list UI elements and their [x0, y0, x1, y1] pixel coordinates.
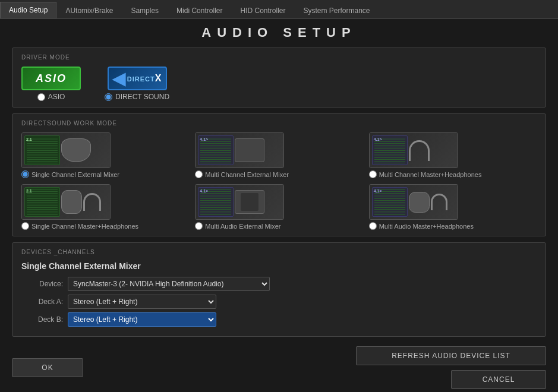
work-mode-grid: 2.1 Single Channel External Mixer 4.1> [21, 132, 537, 230]
directsound-radio[interactable] [105, 93, 112, 101]
directsound-radio-row[interactable]: DIRECT SOUND [105, 93, 169, 101]
device-field-row: Device: SyncMaster-3 (2- NVIDIA High Def… [21, 277, 537, 291]
work-mode-section: DIRECTSOUND WORK MODE 2.1 Single Channel… [12, 113, 546, 236]
deck-b-select[interactable]: Stereo (Left + Right) [68, 312, 216, 327]
tab-samples[interactable]: Samples [122, 2, 168, 18]
tab-midi-controller[interactable]: Midi Controller [168, 2, 231, 18]
tab-system-performance[interactable]: System Performance [295, 2, 379, 18]
work-mode-img-2: 4.1> [195, 132, 284, 168]
ok-button[interactable]: OK [12, 358, 83, 377]
work-mode-label-2: Multi Channel External Mixer [195, 170, 289, 178]
work-mode-multi-headphones[interactable]: 4.1> Multi Channel Master+Headphones [369, 132, 537, 178]
main-content: AUDIO SETUP DRIVER MODE ASIO ASIO DIRECT… [0, 19, 558, 392]
bottom-row: OK Refresh Audio Device List CANCEL [12, 342, 546, 389]
tab-audio-setup[interactable]: Audio Setup [0, 2, 56, 18]
work-mode-multi-audio-external[interactable]: 4.1> Multi Audio External Mixer [195, 184, 362, 230]
asio-label: ASIO [48, 93, 65, 101]
work-mode-label-4: Single Channel Master+Headphones [21, 222, 138, 230]
work-mode-img-4: 2.1 [21, 184, 111, 220]
work-mode-img-1: 2.1 [21, 132, 111, 168]
driver-option-directsound[interactable]: DIRECTX DIRECT SOUND [105, 67, 169, 101]
work-mode-img-3: 4.1> [369, 132, 458, 168]
asio-radio[interactable] [37, 93, 45, 101]
driver-mode-label: DRIVER MODE [21, 54, 537, 61]
device-select[interactable]: SyncMaster-3 (2- NVIDIA High Definition … [68, 277, 270, 291]
work-mode-label-6: Multi Audio Master+Headphones [369, 222, 474, 230]
asio-logo: ASIO [21, 67, 81, 90]
device-label: Device: [21, 280, 63, 288]
workmode-radio-6[interactable] [369, 222, 377, 230]
work-mode-img-6: 4.1> [369, 184, 458, 220]
workmode-radio-3[interactable] [369, 170, 377, 178]
work-mode-label: DIRECTSOUND WORK MODE [21, 120, 537, 127]
workmode-radio-1[interactable] [21, 170, 29, 178]
work-mode-label-3: Multi Channel Master+Headphones [369, 170, 482, 178]
driver-mode-row: ASIO ASIO DIRECTX DIRECT SOUND [21, 67, 537, 101]
asio-radio-row[interactable]: ASIO [37, 93, 65, 101]
work-mode-label-1: Single Channel External Mixer [21, 170, 119, 178]
devices-section-label: DEVICES _CHANNELS [21, 249, 537, 255]
work-mode-label-5: Multi Audio External Mixer [195, 222, 280, 230]
workmode-radio-5[interactable] [195, 222, 203, 230]
refresh-button[interactable]: Refresh Audio Device List [356, 346, 546, 365]
work-mode-img-5: 4.1> [195, 184, 284, 220]
workmode-radio-2[interactable] [195, 170, 203, 178]
devices-section-title: Single Channel External Mixer [21, 261, 537, 271]
work-mode-single-external[interactable]: 2.1 Single Channel External Mixer [21, 132, 189, 178]
directsound-label: DIRECT SOUND [115, 93, 169, 101]
work-mode-single-headphones[interactable]: 2.1 Single Channel Master+Headphones [21, 184, 189, 230]
driver-mode-section: DRIVER MODE ASIO ASIO DIRECTX DIRECT SOU… [12, 48, 546, 108]
tab-automix[interactable]: AUtomix/Brake [56, 2, 122, 18]
cancel-button[interactable]: CANCEL [451, 370, 546, 389]
workmode-radio-4[interactable] [21, 222, 29, 230]
work-mode-multi-external[interactable]: 4.1> Multi Channel External Mixer [195, 132, 362, 178]
tab-hid-controller[interactable]: HID Controller [231, 2, 294, 18]
bottom-right: Refresh Audio Device List CANCEL [356, 346, 546, 389]
deck-b-field-row: Deck B: Stereo (Left + Right) [21, 312, 537, 327]
deck-a-label: Deck A: [21, 298, 63, 306]
tab-bar: Audio Setup AUtomix/Brake Samples Midi C… [0, 0, 558, 19]
page-title: AUDIO SETUP [12, 25, 546, 40]
deck-a-select[interactable]: Stereo (Left + Right) [68, 295, 216, 309]
directx-logo: DIRECTX [108, 67, 167, 90]
devices-channels-section: DEVICES _CHANNELS Single Channel Externa… [12, 242, 546, 337]
driver-option-asio[interactable]: ASIO ASIO [21, 67, 81, 101]
deck-b-label: Deck B: [21, 315, 63, 324]
deck-a-field-row: Deck A: Stereo (Left + Right) [21, 295, 537, 309]
work-mode-multi-audio-headphones[interactable]: 4.1> Multi Audio Master+Headphones [369, 184, 537, 230]
